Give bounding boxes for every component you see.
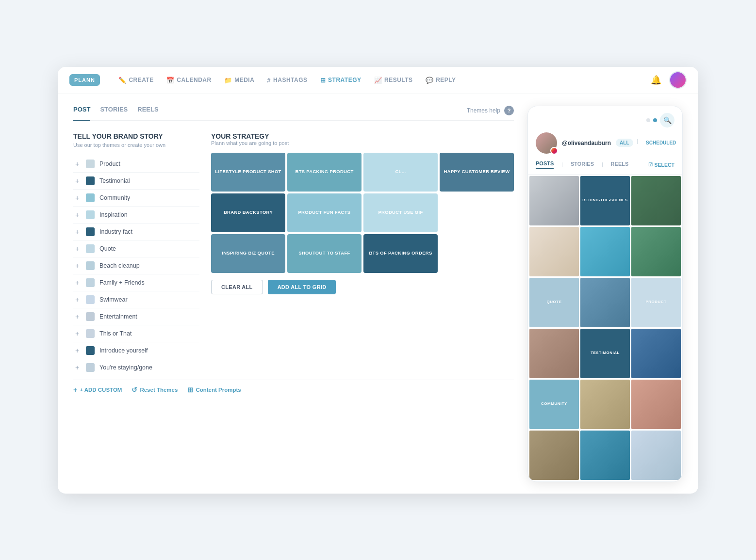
phone-tab-stories[interactable]: STORIES (571, 161, 594, 169)
nav-item-strategy[interactable]: ⊞ STRATEGY (315, 74, 366, 87)
theme-color-swatch (86, 210, 95, 219)
strategy-cell[interactable] (440, 234, 514, 273)
ig-cell-labeled[interactable]: BEHIND-THE-SCENES (580, 176, 630, 225)
calendar-icon: 📅 (166, 77, 175, 84)
theme-color-swatch (86, 363, 95, 372)
strategy-grid: LIFESTYLE PRODUCT SHOTBTS PACKING PRODUC… (211, 153, 514, 273)
strategy-cell[interactable]: BRAND BACKSTORY (211, 193, 285, 232)
theme-item[interactable]: + Testimonial (73, 173, 199, 190)
theme-plus-icon: + (73, 211, 81, 219)
ig-cell-photo[interactable] (529, 431, 579, 480)
ig-cell-photo[interactable] (580, 278, 630, 327)
theme-name: Swimwear (99, 296, 128, 303)
brand-title: TELL YOUR BRAND STORY (73, 132, 199, 140)
add-custom-button[interactable]: + + ADD CUSTOM (73, 386, 122, 394)
theme-color-swatch (86, 193, 95, 202)
theme-list: + Product + Testimonial + Community + In… (73, 156, 199, 376)
strategy-title: YOUR STRATEGY (211, 132, 289, 140)
theme-plus-icon: + (73, 313, 81, 320)
theme-item[interactable]: + Swimwear (73, 291, 199, 308)
logo[interactable]: PLANN (69, 74, 100, 86)
tab-post[interactable]: POST (73, 106, 90, 121)
theme-item[interactable]: + Family + Friends (73, 274, 199, 291)
theme-plus-icon: + (73, 347, 81, 354)
theme-name: Family + Friends (99, 279, 145, 286)
strategy-cell[interactable]: BTS OF PACKING ORDERS (363, 234, 438, 273)
theme-plus-icon: + (73, 364, 81, 371)
reset-themes-button[interactable]: ↺ Reset Themes (131, 386, 178, 394)
profile-username: @oliveandauburn (562, 140, 611, 146)
content-prompts-button[interactable]: ⊞ Content Prompts (187, 386, 241, 394)
ig-cell-photo[interactable] (631, 329, 681, 378)
theme-plus-icon: + (73, 245, 81, 253)
ig-cell-labeled[interactable]: TESTIMONIAL (580, 329, 630, 378)
theme-name: Product (99, 160, 120, 167)
nav-item-reply[interactable]: 💬 REPLY (421, 74, 461, 87)
ig-cell-photo[interactable] (580, 227, 630, 276)
nav-item-create[interactable]: ✏️ CREATE (114, 74, 159, 87)
filter-scheduled[interactable]: SCHEDULED (642, 139, 680, 147)
nav-item-results[interactable]: 📈 RESULTS (369, 74, 418, 87)
ig-cell-photo[interactable] (529, 227, 579, 276)
ig-cell-photo[interactable] (529, 176, 579, 225)
theme-item[interactable]: + Quote (73, 240, 199, 257)
theme-item[interactable]: + You're staying/gone (73, 359, 199, 376)
theme-plus-icon: + (73, 194, 81, 202)
phone-tab-reels[interactable]: REELS (611, 161, 629, 169)
theme-name: Beach cleanup (99, 262, 140, 269)
theme-item[interactable]: + Beach cleanup (73, 257, 199, 274)
clear-all-button[interactable]: CLEAR ALL (211, 280, 263, 294)
ig-badge (550, 147, 558, 155)
ig-cell-photo[interactable] (580, 431, 630, 480)
bell-icon[interactable]: 🔔 (651, 75, 661, 85)
strategy-col: YOUR STRATEGY Plann what you are going t… (211, 132, 514, 294)
ig-cell-labeled[interactable]: COMMUNITY (529, 380, 579, 429)
content-tabs: POST STORIES REELS Themes help ? (73, 106, 514, 121)
phone-tabs: POSTS | STORIES | REELS ☑ SELECT (536, 159, 674, 169)
strategy-cell[interactable]: BTS PACKING PRODUCT (287, 153, 362, 192)
theme-item[interactable]: + Introduce yourself (73, 342, 199, 359)
strategy-cell[interactable]: CL... (363, 153, 438, 192)
theme-name: You're staying/gone (99, 364, 152, 371)
strategy-cell[interactable]: PRODUCT FUN FACTS (287, 193, 362, 232)
ig-cell-photo[interactable] (631, 380, 681, 429)
ig-cell-photo[interactable] (529, 329, 579, 378)
strategy-cell[interactable]: HAPPY CUSTOMER REVIEW (440, 153, 514, 192)
theme-item[interactable]: + This or That (73, 325, 199, 342)
strategy-cell[interactable]: SHOUTOUT TO STAFF (287, 234, 362, 273)
nav-item-media[interactable]: 📁 MEDIA (219, 74, 260, 87)
ig-cell-labeled[interactable]: PRODUCT (631, 278, 681, 327)
app-wrapper: PLANN ✏️ CREATE 📅 CALENDAR 📁 MEDIA # HAS… (58, 67, 698, 494)
nav-items: ✏️ CREATE 📅 CALENDAR 📁 MEDIA # HASHTAGS … (114, 74, 651, 87)
tab-stories[interactable]: STORIES (100, 106, 128, 121)
theme-item[interactable]: + Inspiration (73, 207, 199, 224)
strategy-cell[interactable]: PRODUCT USE GIF (363, 193, 438, 232)
ig-cell-photo[interactable] (631, 227, 681, 276)
strategy-cell[interactable]: INSPIRING BIZ QUOTE (211, 234, 285, 273)
left-panel: POST STORIES REELS Themes help ? TELL YO… (73, 106, 514, 482)
phone-header: 🔍 @oliveandauburn ALL | SCHEDULED (528, 106, 682, 175)
phone-tab-posts[interactable]: POSTS (536, 160, 554, 169)
theme-item[interactable]: + Community (73, 190, 199, 207)
theme-name: Quote (99, 245, 116, 252)
select-button[interactable]: ☑ SELECT (648, 162, 674, 168)
ig-cell-photo[interactable] (580, 380, 630, 429)
phone-search-icon[interactable]: 🔍 (660, 113, 674, 128)
brand-subtitle: Use our top themes or create your own (73, 142, 199, 148)
filter-all[interactable]: ALL (616, 139, 633, 147)
strategy-cell[interactable]: LIFESTYLE PRODUCT SHOT (211, 153, 285, 192)
ig-cell-photo[interactable] (631, 431, 681, 480)
ig-cell-photo[interactable] (631, 176, 681, 225)
strategy-cell[interactable] (440, 193, 514, 232)
add-all-grid-button[interactable]: ADD ALL TO GRID (268, 280, 336, 294)
theme-item[interactable]: + Product (73, 156, 199, 173)
avatar[interactable] (669, 71, 687, 89)
help-circle[interactable]: ? (504, 106, 514, 115)
theme-item[interactable]: + Industry fact (73, 224, 199, 240)
nav-item-calendar[interactable]: 📅 CALENDAR (162, 74, 216, 87)
results-icon: 📈 (374, 77, 382, 84)
theme-item[interactable]: + Entertainment (73, 308, 199, 325)
ig-cell-labeled[interactable]: QUOTE (529, 278, 579, 327)
tab-reels[interactable]: REELS (137, 106, 158, 121)
nav-item-hashtags[interactable]: # HASHTAGS (262, 74, 312, 87)
